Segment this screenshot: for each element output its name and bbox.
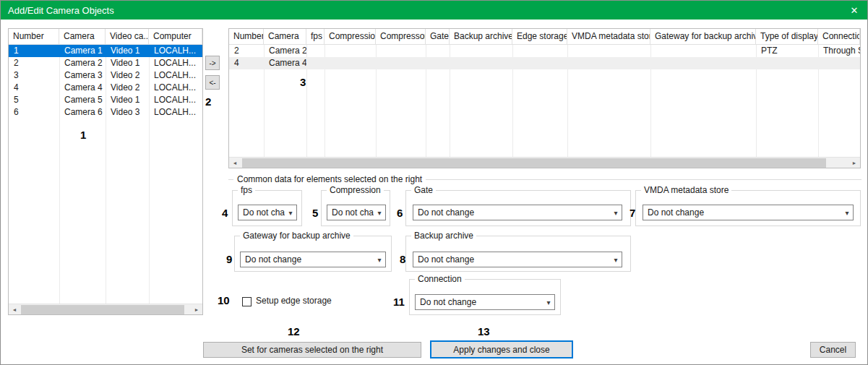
scrollbar-thumb[interactable]: [242, 158, 826, 168]
cell-number: 3: [9, 69, 59, 82]
gateway-dropdown[interactable]: Do not change ▾: [240, 252, 386, 267]
cell-backup-archive: [450, 45, 512, 57]
compression-dropdown[interactable]: Do not change ▾: [327, 205, 386, 220]
cell-camera: Camera 4: [59, 82, 106, 94]
cell-gate: [426, 45, 450, 57]
chevron-down-icon: ▾: [374, 209, 385, 217]
close-icon[interactable]: ✕: [841, 1, 867, 20]
dialog-add-edit-camera-objects: Add/Edit Camera Objects ✕ Number Camera …: [0, 0, 868, 365]
cell-number: 4: [9, 82, 59, 94]
scroll-right-icon[interactable]: ►: [191, 304, 202, 315]
column-header-fps[interactable]: fps: [306, 29, 325, 44]
annotation-5: 5: [312, 207, 318, 218]
table-row[interactable]: 1 Camera 1 Video 1 LOCALH...: [9, 45, 202, 57]
annotation-12: 12: [288, 326, 300, 337]
scrollbar-thumb[interactable]: [21, 305, 184, 314]
gate-dropdown[interactable]: Do not change ▾: [413, 205, 622, 220]
backup-archive-dropdown[interactable]: Do not change ▾: [413, 252, 622, 267]
cell-video: Video 1: [106, 45, 149, 57]
connection-dropdown[interactable]: Do not change ▾: [415, 294, 555, 310]
cell-computer: LOCALH...: [149, 57, 202, 69]
cell-camera: Camera 2: [59, 57, 106, 69]
fps-dropdown-value: Do not change: [243, 207, 285, 218]
column-header-compression[interactable]: Compression: [325, 29, 376, 44]
cell-computer: LOCALH...: [149, 94, 202, 106]
cell-edge-storage: [512, 57, 567, 69]
backup-archive-group-label: Backup archive: [411, 231, 476, 241]
column-header-backup-archive[interactable]: Backup archive: [450, 29, 512, 44]
table-row[interactable]: 2 Camera 2 PTZ Through Se: [229, 45, 860, 57]
gateway-dropdown-value: Do not change: [245, 254, 374, 265]
cell-gate: [426, 57, 450, 69]
vmda-dropdown[interactable]: Do not change ▾: [643, 205, 854, 220]
annotation-2: 2: [205, 96, 211, 107]
column-header-gate[interactable]: Gate: [426, 29, 450, 44]
setup-edge-storage-checkbox[interactable]: [242, 297, 252, 306]
gateway-group-label: Gateway for backup archive: [240, 231, 353, 241]
apply-changes-button[interactable]: Apply changes and close: [430, 340, 573, 358]
column-header-camera[interactable]: Camera: [59, 29, 106, 44]
table-row[interactable]: 4 Camera 4 Video 2 LOCALH...: [9, 82, 202, 94]
cell-computer: LOCALH...: [149, 106, 202, 119]
move-right-button[interactable]: ->: [205, 56, 220, 70]
scroll-right-icon[interactable]: ►: [848, 158, 860, 168]
connection-dropdown-value: Do not change: [420, 297, 543, 307]
cell-computer: LOCALH...: [149, 45, 202, 57]
vmda-dropdown-value: Do not change: [648, 207, 841, 218]
scroll-left-icon[interactable]: ◄: [229, 158, 241, 168]
table-row[interactable]: 3 Camera 3 Video 2 LOCALH...: [9, 69, 202, 82]
column-header-compressor[interactable]: Compressor: [376, 29, 426, 44]
cell-number: 6: [9, 106, 59, 119]
gate-dropdown-value: Do not change: [418, 207, 610, 218]
compression-dropdown-value: Do not change: [332, 207, 374, 218]
column-header-edge-storage[interactable]: Edge storage: [512, 29, 567, 44]
cell-video: Video 2: [106, 69, 149, 82]
cell-compression: [325, 57, 376, 69]
set-for-selected-button[interactable]: Set for cameras selected on the right: [203, 342, 421, 358]
common-group-label: Common data for elements selected on the…: [233, 174, 426, 184]
column-header-camera[interactable]: Camera: [264, 29, 306, 44]
table-header: Number Camera fps Compression Compressor…: [229, 29, 860, 45]
chevron-down-icon: ▾: [374, 256, 385, 264]
cell-camera: Camera 2: [264, 45, 306, 57]
cell-number: 2: [229, 45, 264, 57]
column-header-number[interactable]: Number: [9, 29, 59, 44]
chevron-down-icon: ▾: [543, 299, 554, 306]
column-header-computer[interactable]: Computer: [149, 29, 202, 44]
horizontal-scrollbar[interactable]: ◄ ►: [9, 304, 202, 314]
table-header: Number Camera Video ca... Computer: [9, 29, 202, 45]
table-row[interactable]: 2 Camera 2 Video 1 LOCALH...: [9, 57, 202, 69]
column-header-connection[interactable]: Connection: [818, 29, 860, 44]
annotation-11: 11: [393, 296, 405, 307]
cell-video: Video 3: [106, 106, 149, 119]
vmda-group-label: VMDA metadata store: [641, 185, 731, 195]
cell-video: Video 1: [106, 57, 149, 69]
cell-gateway: [650, 57, 756, 69]
setup-edge-storage-label: Setup edge storage: [256, 296, 332, 306]
column-header-vmda[interactable]: VMDA metadata store: [567, 29, 650, 44]
annotation-7: 7: [629, 207, 635, 218]
column-header-number[interactable]: Number: [229, 29, 264, 44]
column-header-type-of-display[interactable]: Type of display: [756, 29, 818, 44]
cell-edge-storage: [512, 45, 567, 57]
cell-number: 5: [9, 94, 59, 106]
column-header-video[interactable]: Video ca...: [106, 29, 149, 44]
cancel-button[interactable]: Cancel: [810, 342, 856, 358]
compression-group-label: Compression: [327, 185, 384, 195]
horizontal-scrollbar[interactable]: ◄ ►: [229, 157, 860, 168]
cell-connection: [818, 57, 860, 69]
annotation-3: 3: [300, 77, 306, 87]
cell-number: 4: [229, 57, 264, 69]
fps-dropdown[interactable]: Do not change ▾: [238, 205, 297, 220]
table-row[interactable]: 6 Camera 6 Video 3 LOCALH...: [9, 106, 202, 119]
cell-fps: [306, 57, 325, 69]
scroll-left-icon[interactable]: ◄: [9, 304, 20, 315]
cell-camera: Camera 1: [59, 45, 106, 57]
table-row[interactable]: 4 Camera 4: [229, 57, 860, 69]
table-row[interactable]: 5 Camera 5 Video 1 LOCALH...: [9, 94, 202, 106]
cell-camera: Camera 4: [264, 57, 306, 69]
cell-vmda: [567, 45, 650, 57]
move-left-button[interactable]: <-: [205, 75, 220, 90]
column-header-gateway[interactable]: Gateway for backup archive: [650, 29, 756, 44]
chevron-down-icon: ▾: [610, 209, 622, 217]
